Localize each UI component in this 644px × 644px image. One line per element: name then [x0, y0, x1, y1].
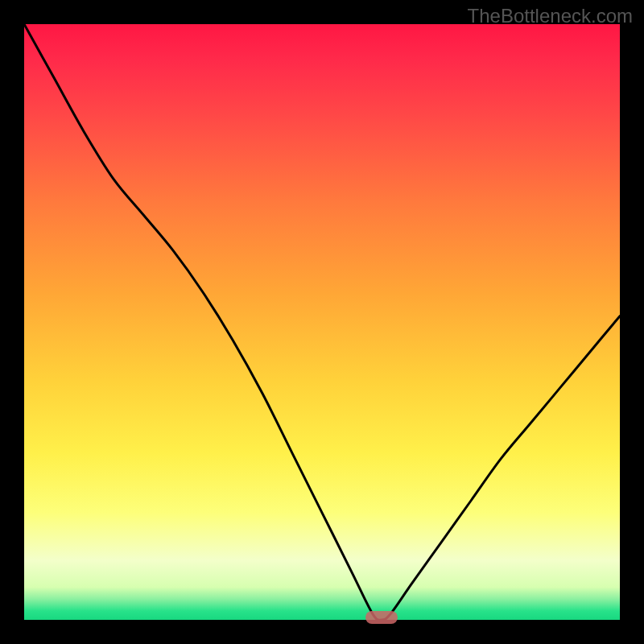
plot-area — [24, 24, 620, 620]
watermark-text: TheBottleneck.com — [468, 5, 633, 27]
optimum-marker — [365, 611, 398, 624]
bottleneck-chart — [24, 24, 620, 620]
chart-container: TheBottleneck.com — [0, 0, 644, 644]
svg-rect-0 — [24, 24, 620, 620]
